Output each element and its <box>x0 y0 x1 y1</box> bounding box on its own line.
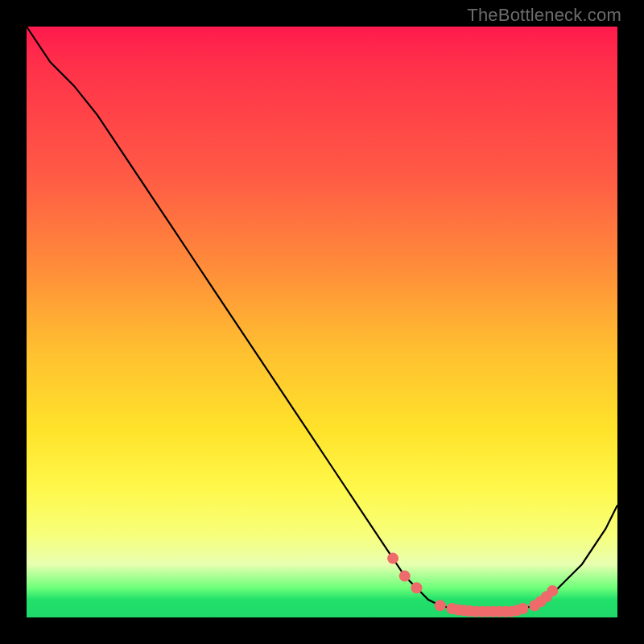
marker-point <box>547 585 558 597</box>
marker-point <box>411 582 422 593</box>
marker-group <box>387 553 558 617</box>
plot-area <box>27 27 617 617</box>
marker-point <box>518 603 529 614</box>
bottleneck-curve <box>27 27 617 617</box>
attribution-label: TheBottleneck.com <box>467 5 621 26</box>
marker-point <box>387 553 398 564</box>
curve-line <box>27 27 617 612</box>
marker-point <box>399 571 411 582</box>
chart-frame: TheBottleneck.com <box>0 0 644 644</box>
marker-point <box>435 600 446 611</box>
